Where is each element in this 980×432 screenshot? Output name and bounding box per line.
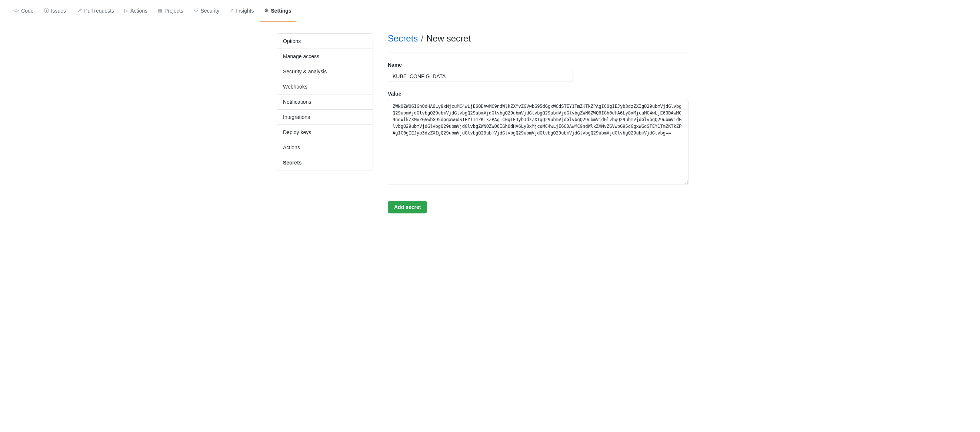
- header-divider: [388, 53, 689, 53]
- main-container: Options Manage access Security & analysi…: [268, 33, 712, 214]
- actions-icon: ▷: [124, 8, 128, 13]
- nav-security-label: Security: [201, 8, 220, 14]
- sidebar-item-webhooks[interactable]: Webhooks: [277, 79, 372, 94]
- nav-projects[interactable]: ▦ Projects: [153, 0, 188, 22]
- breadcrumb-link[interactable]: Secrets: [388, 33, 418, 44]
- insights-icon: ↗: [230, 8, 234, 13]
- name-input[interactable]: [388, 71, 573, 82]
- top-nav: <> Code ⓘ Issues ⎇ Pull requests ▷ Actio…: [0, 0, 980, 22]
- nav-insights[interactable]: ↗ Insights: [225, 0, 258, 22]
- sidebar-item-notifications[interactable]: Notifications: [277, 94, 372, 110]
- page-title: New secret: [426, 33, 471, 44]
- nav-issues[interactable]: ⓘ Issues: [40, 0, 70, 22]
- nav-actions[interactable]: ▷ Actions: [120, 0, 152, 22]
- code-icon: <>: [13, 8, 19, 13]
- sidebar-item-security-analysis[interactable]: Security & analysis: [277, 64, 372, 79]
- sidebar-item-actions[interactable]: Actions: [277, 140, 372, 155]
- sidebar-item-deploy-keys[interactable]: Deploy keys: [277, 125, 372, 140]
- value-label: Value: [388, 91, 689, 97]
- breadcrumb-separator: /: [421, 33, 423, 44]
- nav-settings[interactable]: ⚙ Settings: [259, 0, 296, 22]
- sidebar: Options Manage access Security & analysi…: [277, 33, 373, 171]
- security-icon: 🛡: [194, 8, 199, 13]
- sidebar-item-integrations[interactable]: Integrations: [277, 110, 372, 125]
- nav-actions-label: Actions: [130, 8, 147, 14]
- pull-requests-icon: ⎇: [76, 8, 82, 13]
- sidebar-item-options[interactable]: Options: [277, 34, 372, 49]
- nav-code-label: Code: [21, 8, 33, 14]
- sidebar-item-secrets[interactable]: Secrets: [277, 155, 372, 170]
- add-secret-button[interactable]: Add secret: [388, 201, 427, 214]
- value-textarea[interactable]: ZWN0ZWQ6IGh0dHA6Ly8xMjcuMC4wLjE6ODAwMC9n…: [388, 100, 689, 185]
- nav-insights-label: Insights: [236, 8, 254, 14]
- nav-settings-label: Settings: [271, 8, 291, 14]
- name-label: Name: [388, 62, 689, 68]
- sidebar-item-manage-access[interactable]: Manage access: [277, 49, 372, 64]
- settings-icon: ⚙: [264, 8, 269, 13]
- value-section: Value ZWN0ZWQ6IGh0dHA6Ly8xMjcuMC4wLjE6OD…: [388, 91, 689, 186]
- nav-code[interactable]: <> Code: [9, 0, 38, 22]
- name-section: Name: [388, 62, 689, 82]
- projects-icon: ▦: [158, 8, 162, 13]
- content-area: Secrets / New secret Name Value ZWN0ZWQ6…: [373, 33, 703, 214]
- issues-icon: ⓘ: [44, 7, 49, 14]
- nav-pull-requests[interactable]: ⎇ Pull requests: [72, 0, 119, 22]
- nav-issues-label: Issues: [51, 8, 66, 14]
- nav-security[interactable]: 🛡 Security: [189, 0, 224, 22]
- nav-pull-requests-label: Pull requests: [84, 8, 114, 14]
- nav-projects-label: Projects: [164, 8, 183, 14]
- page-header: Secrets / New secret: [388, 33, 689, 44]
